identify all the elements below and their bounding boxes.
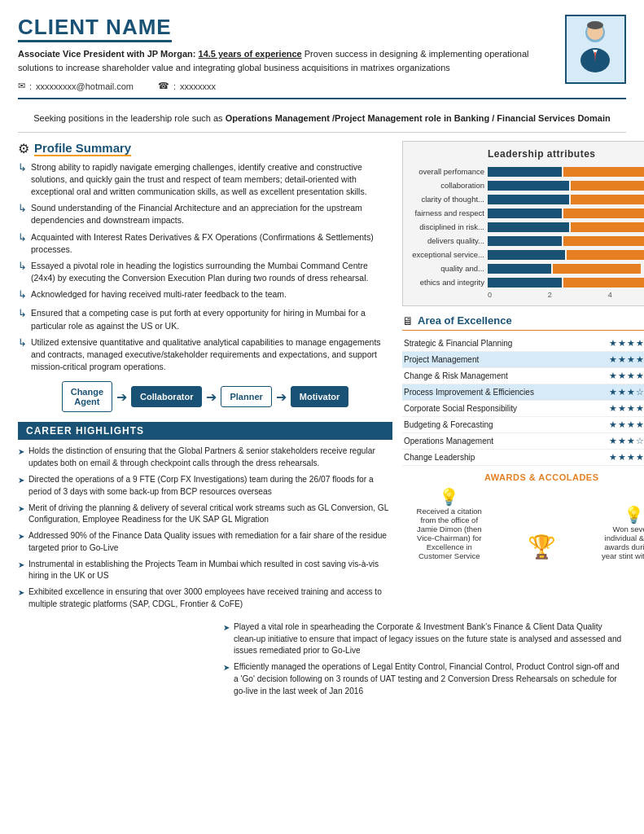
award-text: Received a citation from the office of J… (413, 507, 486, 560)
chart-label: fairness and respect (411, 208, 484, 217)
aoe-label: Project Management (402, 351, 607, 367)
bar-blue (488, 264, 551, 274)
phone-label: : (173, 81, 176, 91)
awards-row: 💡Received a citation from the office of … (402, 487, 644, 560)
profile-icon: ⚙ (18, 141, 29, 156)
profile-item-4: Essayed a pivotal role in heading the lo… (18, 260, 392, 284)
svg-point-5 (587, 21, 603, 29)
aoe-stars: ★★★★☆ (607, 416, 644, 432)
aoe-row: Budgeting & Forecasting★★★★☆ (402, 416, 644, 432)
arrow-flow: ChangeAgent ➔ Collaborator ➔ Planner ➔ M… (18, 381, 392, 412)
header-left: CLIENT NAME Associate Vice President wit… (18, 15, 555, 91)
aoe-title: Area of Excellence (418, 314, 512, 327)
header-section: CLIENT NAME Associate Vice President wit… (18, 15, 626, 99)
arrow-3: ➔ (276, 389, 287, 405)
bulb-icon: 💡 (439, 487, 459, 507)
aoe-label: Change Leadership (402, 449, 607, 465)
award-text: Won several individual & team awards dur… (598, 525, 644, 560)
chart-row: collaboration4.6 (411, 180, 644, 191)
bar-blue (488, 236, 562, 246)
flow-collaborator: Collaborator (131, 386, 202, 407)
chart-label: exceptional service... (411, 250, 484, 259)
flow-planner: Planner (221, 386, 271, 407)
aoe-stars: ★★★★★ (607, 449, 644, 465)
bar-orange (563, 278, 644, 288)
chart-container: overall perfomance4.2collaboration4.6cla… (411, 166, 644, 288)
aoe-label: Process Improvement & Efficiencies (402, 384, 607, 400)
career-item-3: Merit of driving the planning & delivery… (18, 503, 392, 527)
profile-item-1: Strong ability to rapidly navigate emerg… (18, 161, 392, 199)
chart-row: disciplined in risk...4.6 (411, 222, 644, 233)
aoe-header: 🖥 Area of Excellence (402, 314, 644, 331)
arrow-1: ➔ (116, 389, 127, 405)
phone-contact: ☎ : xxxxxxxx (158, 81, 216, 91)
bottom-section: Played a vital role in spearheading the … (18, 621, 626, 702)
flow-motivator: Motivator (291, 386, 349, 407)
bar-orange (571, 195, 644, 204)
seeking-bold: Operations Management /Project Managemen… (226, 113, 611, 123)
phone-icon: ☎ (158, 81, 169, 91)
chart-row: overall perfomance4.2 (411, 166, 644, 178)
bar-blue (488, 167, 562, 177)
chart-label: disciplined in risk... (411, 222, 484, 231)
bar-blue (488, 250, 565, 260)
header-subtitle: Associate Vice President with JP Morgan:… (18, 47, 555, 74)
leadership-title: Leadership attributes (411, 148, 644, 160)
email-label: : (29, 81, 32, 91)
chart-label: delivers quality... (411, 236, 484, 245)
seeking-line: Seeking positions in the leadership role… (18, 106, 626, 133)
chart-bars: 4.2 (488, 166, 644, 178)
bottom-left-spacer (18, 621, 213, 702)
aoe-label: Operations Management (402, 432, 607, 449)
bar-blue (488, 222, 569, 232)
profile-list: Strong ability to rapidly navigate emerg… (18, 161, 392, 374)
bar-blue (488, 208, 562, 218)
career-item-1: Holds the distinction of ensuring that t… (18, 446, 392, 470)
bar-blue (488, 278, 562, 288)
chart-row: ethics and integrity4.2 (411, 277, 644, 288)
phone-value: xxxxxxxx (180, 81, 216, 91)
chart-bars: 4.2 (488, 208, 644, 219)
profile-item-2: Sound understanding of the Financial Arc… (18, 202, 392, 226)
aoe-table: Strategic & Financial Planning★★★★☆Proje… (402, 336, 644, 466)
career-item-6: Exhibited excellence in ensuring that ov… (18, 586, 392, 611)
bar-orange (563, 236, 644, 246)
chart-row: clarity of thought...4.6 (411, 194, 644, 205)
left-column: ⚙ Profile Summary Strong ability to rapi… (18, 141, 392, 615)
aoe-icon: 🖥 (402, 314, 414, 327)
bar-orange (571, 181, 644, 191)
career-item-2: Directed the operations of a 9 FTE (Corp… (18, 474, 392, 498)
subtitle-bold: Associate Vice President with JP Morgan: (18, 49, 195, 59)
profile-item-6: Ensured that a competing case is put for… (18, 307, 392, 331)
aoe-stars: ★★★☆☆ (607, 432, 644, 449)
aoe-row: Strategic & Financial Planning★★★★☆ (402, 336, 644, 352)
main-columns: ⚙ Profile Summary Strong ability to rapi… (18, 141, 626, 615)
career-list: Holds the distinction of ensuring that t… (18, 446, 392, 610)
profile-summary-title: Profile Summary (34, 141, 131, 156)
bar-orange (567, 250, 644, 260)
profile-item-3: Acquainted with Interest Rates Derivativ… (18, 231, 392, 256)
email-contact: ✉ : xxxxxxxxx@hotmail.com (18, 81, 134, 91)
profile-item-7: Utilized extensive quantitative and qual… (18, 336, 392, 374)
chart-bars: 4.6 (488, 180, 644, 191)
aoe-stars: ★★★★★ (607, 400, 644, 416)
award-item: 🏆 (505, 533, 578, 560)
arrow-2: ➔ (206, 389, 217, 405)
aoe-label: Strategic & Financial Planning (402, 336, 607, 352)
chart-label: clarity of thought... (411, 195, 484, 204)
chart-label: ethics and integrity (411, 278, 484, 287)
chart-row: exceptional service...4.4 (411, 249, 644, 261)
chart-bars: 3.6 (488, 263, 644, 274)
right-column: Leadership attributes overall perfomance… (402, 141, 644, 560)
bar-orange (571, 222, 644, 232)
bottom-career-2: Efficiently managed the operations of Le… (223, 661, 626, 697)
bottom-career-1: Played a vital role in spearheading the … (223, 621, 626, 657)
contact-row: ✉ : xxxxxxxxx@hotmail.com ☎ : xxxxxxxx (18, 81, 555, 91)
chart-bars: 4.6 (488, 222, 644, 233)
avatar-image (573, 21, 618, 78)
trophy-icon: 🏆 (528, 533, 556, 560)
subtitle-exp: 14.5 years of experience (199, 49, 302, 59)
chart-row: quality and...3.6 (411, 263, 644, 274)
chart-bars: 4.2 (488, 277, 644, 288)
award-item: 💡Received a citation from the office of … (413, 487, 486, 560)
